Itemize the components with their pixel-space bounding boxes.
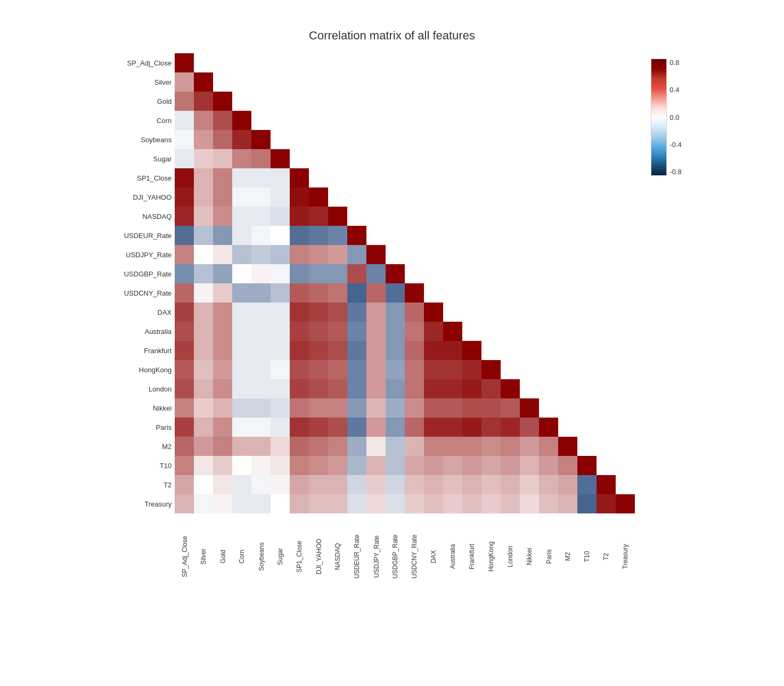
legend-min: -0.8 — [669, 168, 681, 176]
cell-7-21 — [577, 187, 597, 207]
cell-15-5 — [271, 341, 290, 360]
cell-21-20 — [558, 456, 577, 475]
cell-12-1 — [194, 283, 213, 303]
cell-5-23 — [616, 149, 635, 168]
cell-13-17 — [501, 303, 520, 322]
cell-7-9 — [347, 187, 366, 207]
cell-19-18 — [520, 418, 539, 437]
legend-bar — [651, 59, 667, 176]
cell-9-0 — [175, 226, 194, 245]
cell-11-5 — [271, 264, 290, 283]
cell-20-19 — [539, 437, 558, 456]
cell-1-23 — [616, 72, 635, 92]
cell-10-5 — [271, 245, 290, 264]
cell-13-21 — [577, 303, 597, 322]
cell-16-3 — [232, 360, 251, 379]
cell-15-22 — [597, 341, 616, 360]
cell-4-2 — [213, 130, 232, 149]
cell-12-0 — [175, 283, 194, 303]
cell-17-8 — [328, 379, 347, 398]
cell-12-16 — [481, 283, 501, 303]
cell-18-16 — [481, 398, 501, 418]
bottom-label-wrapper-Frankfurt: Frankfurt — [462, 548, 481, 560]
cell-13-14 — [443, 303, 462, 322]
cell-21-2 — [213, 456, 232, 475]
cell-14-12 — [405, 322, 424, 341]
cell-3-18 — [520, 111, 539, 130]
cell-9-5 — [271, 226, 290, 245]
cell-19-22 — [597, 418, 616, 437]
cell-14-9 — [347, 322, 366, 341]
cell-22-13 — [424, 475, 443, 494]
bottom-label-wrapper-T10: T10 — [577, 548, 597, 560]
cell-12-22 — [597, 283, 616, 303]
cell-2-11 — [386, 92, 405, 111]
cell-7-13 — [424, 187, 443, 207]
cell-14-6 — [290, 322, 309, 341]
cell-10-4 — [251, 245, 271, 264]
cell-6-3 — [232, 168, 251, 187]
cell-11-2 — [213, 264, 232, 283]
cell-13-1 — [194, 303, 213, 322]
left-label-USDEUR_Rate: USDEUR_Rate — [102, 226, 172, 245]
cell-13-22 — [597, 303, 616, 322]
cell-6-10 — [366, 168, 386, 187]
bottom-label-wrapper-DAX: DAX — [424, 548, 443, 560]
cell-14-5 — [271, 322, 290, 341]
bottom-label-Nikkei: Nikkei — [526, 548, 533, 566]
cell-21-12 — [405, 456, 424, 475]
cell-21-1 — [194, 456, 213, 475]
bottom-label-Soybeans: Soybeans — [257, 542, 265, 570]
bottom-label-Silver: Silver — [200, 549, 207, 565]
cell-18-15 — [462, 398, 481, 418]
cell-1-11 — [386, 72, 405, 92]
cell-18-18 — [520, 398, 539, 418]
bottom-label-London: London — [507, 546, 514, 567]
cell-22-18 — [520, 475, 539, 494]
cell-10-13 — [424, 245, 443, 264]
bottom-label-SP1_Close: SP1_Close — [296, 541, 303, 573]
cell-23-21 — [577, 494, 597, 513]
cell-16-23 — [616, 360, 635, 379]
cell-13-8 — [328, 303, 347, 322]
cell-15-21 — [577, 341, 597, 360]
cell-8-6 — [290, 207, 309, 226]
cell-16-18 — [520, 360, 539, 379]
cell-17-19 — [539, 379, 558, 398]
cell-9-1 — [194, 226, 213, 245]
cell-20-0 — [175, 437, 194, 456]
cell-20-4 — [251, 437, 271, 456]
cell-17-13 — [424, 379, 443, 398]
cell-19-17 — [501, 418, 520, 437]
legend-mid1: 0.4 — [669, 86, 681, 94]
cell-16-19 — [539, 360, 558, 379]
cell-1-9 — [347, 72, 366, 92]
cell-21-21 — [577, 456, 597, 475]
cell-23-1 — [194, 494, 213, 513]
cell-10-20 — [558, 245, 577, 264]
cell-22-22 — [597, 475, 616, 494]
cell-3-1 — [194, 111, 213, 130]
cell-9-11 — [386, 226, 405, 245]
cell-16-11 — [386, 360, 405, 379]
cell-11-22 — [597, 264, 616, 283]
cell-13-7 — [309, 303, 328, 322]
cell-6-21 — [577, 168, 597, 187]
cell-16-8 — [328, 360, 347, 379]
cell-3-4 — [251, 111, 271, 130]
cell-17-23 — [616, 379, 635, 398]
cell-6-14 — [443, 168, 462, 187]
cell-18-3 — [232, 398, 251, 418]
cell-8-5 — [271, 207, 290, 226]
cell-17-4 — [251, 379, 271, 398]
cell-15-17 — [501, 341, 520, 360]
left-label-Silver: Silver — [102, 72, 172, 92]
cell-3-0 — [175, 111, 194, 130]
cell-3-20 — [558, 111, 577, 130]
cell-15-14 — [443, 341, 462, 360]
cell-19-6 — [290, 418, 309, 437]
cell-0-18 — [520, 53, 539, 72]
cell-8-2 — [213, 207, 232, 226]
cell-5-17 — [501, 149, 520, 168]
cell-18-13 — [424, 398, 443, 418]
